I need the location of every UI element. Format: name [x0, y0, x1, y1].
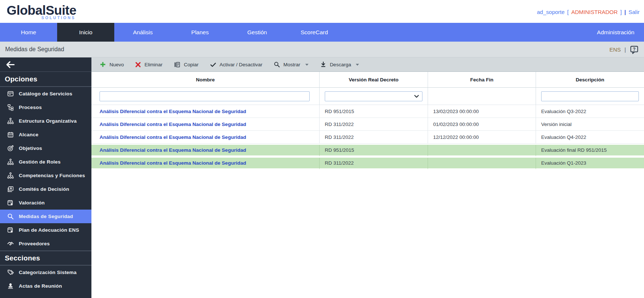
table-header-row: Nombre Versión Real Decreto Fecha Fin De…	[91, 72, 644, 88]
cell-nombre: Análisis Diferencial contra el Esquema N…	[91, 118, 320, 131]
cell-fecha-fin	[428, 145, 536, 157]
table-filter-row	[91, 88, 644, 105]
help-bubble-icon[interactable]	[630, 45, 639, 54]
row-name-link[interactable]: Análisis Diferencial contra el Esquema N…	[100, 109, 246, 114]
calendar-icon	[7, 131, 14, 138]
cell-descripcion: Evaluación Q4-2022	[536, 131, 644, 144]
download-button-label: Descarga	[330, 62, 351, 67]
sidebar-item-competencias-y-funciones[interactable]: Competencias y Funciones	[0, 169, 91, 182]
cell-version-real-decreto: RD 311/2022	[320, 158, 428, 169]
content-area: Opciones Catálogo de Servicios Procesos …	[0, 57, 644, 298]
cell-descripcion: Versión inicial	[536, 118, 644, 131]
new-button-label: Nuevo	[109, 62, 124, 67]
breadcrumb-bar: Medidas de Seguridad ENS |	[0, 42, 644, 57]
sidebar-item-label: Estructura Organizativa	[19, 118, 77, 124]
download-dropdown-button[interactable]: Descarga	[320, 61, 360, 68]
cell-version-real-decreto: RD 311/2022	[320, 118, 428, 131]
sidebar-item-gestion-de-roles[interactable]: Gestión de Roles	[0, 155, 91, 169]
plus-icon	[100, 61, 106, 68]
tab-planes[interactable]: Planes	[171, 23, 229, 42]
org-chart-icon	[7, 158, 14, 165]
user-info: ad_soporte [ ADMINISTRADOR ] | Salir	[537, 9, 640, 15]
sidebar-item-label: Catálogo de Servicios	[19, 91, 72, 97]
sidebar-item-label: Alcance	[19, 132, 38, 137]
target-icon	[7, 145, 14, 152]
column-header-version-real-decreto[interactable]: Versión Real Decreto	[320, 72, 428, 88]
sidebar-options-header: Opciones	[0, 72, 91, 87]
row-name-link[interactable]: Análisis Diferencial contra el Esquema N…	[100, 122, 246, 127]
sidebar-sections-header: Secciones	[0, 250, 91, 266]
cell-fecha-fin: 13/02/2023 00:00:00	[428, 105, 536, 118]
row-name-link[interactable]: Análisis Diferencial contra el Esquema N…	[100, 160, 246, 166]
sidebar-item-valoracion[interactable]: Valoración	[0, 196, 91, 210]
page-title: Medidas de Seguridad	[5, 46, 64, 53]
cell-descripcion: Evaluación final RD 951/2015	[536, 145, 644, 157]
column-header-nombre[interactable]: Nombre	[91, 72, 320, 88]
show-dropdown-button[interactable]: Mostrar	[274, 61, 309, 68]
sidebar-item-medidas-de-seguridad[interactable]: Medidas de Seguridad	[0, 210, 91, 223]
search-icon	[274, 61, 280, 68]
activate-deactivate-label: Activar / Desactivar	[220, 62, 262, 67]
copy-button[interactable]: Copiar	[174, 61, 199, 68]
sidebar-item-label: Medidas de Seguridad	[19, 214, 73, 219]
user-role-badge: ADMINISTRADOR	[571, 9, 618, 15]
filter-cell-version	[320, 88, 428, 105]
activate-deactivate-button[interactable]: Activar / Desactivar	[210, 61, 262, 68]
sidebar-item-label: Categorización Sistema	[19, 270, 77, 275]
sidebar-item-procesos[interactable]: Procesos	[0, 101, 91, 114]
main-panel: Nuevo Eliminar Copiar Activar / Desactiv…	[91, 57, 644, 298]
username-link[interactable]: ad_soporte	[537, 9, 565, 15]
tags-icon	[7, 269, 14, 276]
cell-version-real-decreto: RD 951/2015	[320, 105, 428, 118]
sidebar-item-objetivos[interactable]: Objetivos	[0, 141, 91, 155]
version-filter-select[interactable]	[325, 91, 422, 101]
sidebar-item-actas-de-reunion[interactable]: Actas de Reunión	[0, 279, 91, 293]
org-chart-icon	[7, 118, 14, 125]
sidebar-item-categorizacion-sistema[interactable]: Categorización Sistema	[0, 266, 91, 279]
nombre-filter-input[interactable]	[100, 91, 310, 101]
cell-fecha-fin: 12/12/2022 00:00:00	[428, 131, 536, 144]
tab-gestion[interactable]: Gestión	[229, 23, 286, 42]
sidebar-item-catalogo-de-servicios[interactable]: Catálogo de Servicios	[0, 87, 91, 101]
sidebar-item-label: Valoración	[19, 200, 45, 206]
main-nav: Home Inicio Análisis Planes Gestión Scor…	[0, 23, 644, 42]
row-name-link[interactable]: Análisis Diferencial contra el Esquema N…	[100, 147, 246, 153]
tab-administracion[interactable]: Administración	[587, 23, 644, 42]
back-arrow-icon[interactable]	[6, 61, 15, 68]
delete-button[interactable]: Eliminar	[135, 62, 163, 68]
caret-down-icon	[305, 63, 309, 66]
column-header-descripcion[interactable]: Descripción	[536, 72, 644, 88]
sidebar-item-plan-de-adecuacion-ens[interactable]: Plan de Adecuación ENS	[0, 223, 91, 237]
x-icon	[135, 62, 141, 68]
new-button[interactable]: Nuevo	[100, 61, 124, 68]
sidebar-item-proveedores[interactable]: Proveedores	[0, 237, 91, 250]
descripcion-filter-input[interactable]	[541, 91, 639, 101]
table-row: Análisis Diferencial contra el Esquema N…	[91, 105, 644, 118]
column-header-fecha-fin[interactable]: Fecha Fin	[428, 72, 536, 88]
sidebar-item-label: Objetivos	[19, 146, 42, 151]
show-button-label: Mostrar	[283, 62, 300, 67]
cell-descripcion: Evaluación Q1-2023	[536, 158, 644, 169]
table-row-highlighted: Análisis Diferencial contra el Esquema N…	[91, 157, 644, 169]
breadcrumb-right: ENS |	[609, 45, 639, 54]
row-name-link[interactable]: Análisis Diferencial contra el Esquema N…	[100, 134, 246, 140]
role-bracket-open: [	[567, 9, 569, 15]
sidebar-item-comites-de-decision[interactable]: Comités de Decisión	[0, 182, 91, 196]
sidebar-item-label: Procesos	[19, 105, 42, 110]
tab-scorecard[interactable]: ScoreCard	[286, 23, 343, 42]
caret-down-icon	[355, 63, 359, 66]
cell-nombre: Análisis Diferencial contra el Esquema N…	[91, 131, 320, 144]
cell-nombre: Análisis Diferencial contra el Esquema N…	[91, 158, 320, 169]
logout-link[interactable]: Salir	[629, 9, 640, 15]
sidebar-item-alcance[interactable]: Alcance	[0, 128, 91, 141]
table-row: Análisis Diferencial contra el Esquema N…	[91, 131, 644, 144]
filter-cell-descripcion	[536, 88, 644, 105]
tab-inicio[interactable]: Inicio	[57, 23, 114, 42]
handshake-icon	[7, 240, 14, 247]
filter-cell-nombre	[91, 88, 320, 105]
id-card-icon	[7, 186, 14, 193]
tab-home[interactable]: Home	[0, 23, 57, 42]
tab-analisis[interactable]: Análisis	[114, 23, 171, 42]
search-icon	[7, 213, 14, 220]
sidebar-item-estructura-organizativa[interactable]: Estructura Organizativa	[0, 114, 91, 128]
